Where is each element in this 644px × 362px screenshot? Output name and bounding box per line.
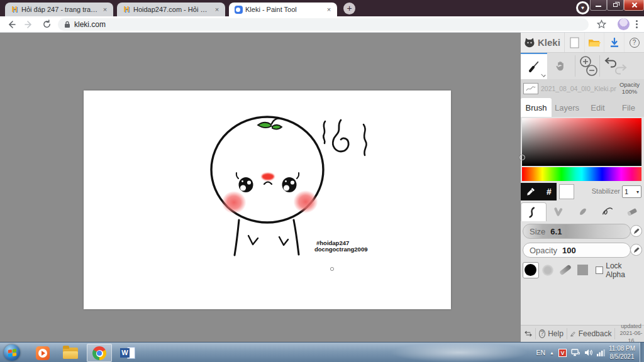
- minimize-button[interactable]: [590, 0, 607, 11]
- kleki-favicon: [234, 5, 243, 14]
- updated-info: updated 2021-06-16: [618, 323, 644, 344]
- kleki-panel: Kleki ?: [521, 33, 644, 342]
- taskbar-chrome[interactable]: [91, 345, 108, 361]
- help-link[interactable]: Help: [548, 329, 564, 338]
- brush-tool-button[interactable]: [521, 53, 547, 79]
- squiggle-1: [323, 121, 325, 143]
- panel-header: Kleki ?: [521, 33, 644, 53]
- undo-redo-icon: [601, 53, 630, 79]
- tab-hoidap247-online[interactable]: H Hoidap247.com - Hỏi đáp online ×: [117, 3, 225, 16]
- secondary-color-swatch[interactable]: [559, 184, 574, 199]
- address-bar: kleki.com: [0, 16, 644, 33]
- tab-hoidap247-home[interactable]: H Hỏi đáp 247 - trang tra loi ×: [5, 3, 113, 16]
- eyedropper-icon[interactable]: [526, 187, 536, 197]
- chevron-down-icon: [541, 72, 545, 77]
- restore-button[interactable]: [607, 0, 624, 11]
- omnibox[interactable]: kleki.com: [58, 18, 589, 31]
- new-tab-button[interactable]: +: [343, 3, 355, 14]
- close-button[interactable]: [624, 0, 644, 11]
- hard-tip-option[interactable]: [523, 262, 539, 278]
- tab-close-icon[interactable]: ×: [101, 5, 109, 14]
- opacity-edit-button[interactable]: [630, 244, 642, 256]
- paint-canvas[interactable]: #hoidap247 docngoctrang2009: [84, 90, 451, 309]
- lock-alpha-checkbox[interactable]: [596, 266, 603, 274]
- brush-blend-button[interactable]: [571, 202, 596, 221]
- brush-type-row: [521, 202, 644, 221]
- start-button[interactable]: [4, 344, 20, 361]
- tab-layers[interactable]: Layers: [552, 98, 582, 117]
- color-saturation-picker[interactable]: [522, 118, 641, 166]
- size-edit-button[interactable]: [630, 225, 642, 237]
- zoom-in-button[interactable]: [577, 53, 598, 79]
- stabilizer-select[interactable]: 1 ▾: [622, 185, 641, 198]
- refresh-icon[interactable]: [40, 18, 53, 31]
- brush-preview[interactable]: [523, 83, 538, 94]
- new-file-icon: [570, 37, 579, 48]
- save-button[interactable]: [604, 33, 625, 52]
- marker-tip-option[interactable]: [557, 262, 574, 278]
- soft-brush-icon: [552, 205, 565, 219]
- network-icon[interactable]: [571, 349, 580, 357]
- lock-alpha-toggle[interactable]: Lock Alpha: [596, 261, 642, 279]
- tab-brush[interactable]: Brush: [521, 98, 552, 117]
- taskbar-media-player[interactable]: [35, 345, 51, 361]
- brush-pen-button[interactable]: [521, 202, 547, 221]
- tab-edit[interactable]: Edit: [582, 98, 613, 117]
- pencil-icon: [633, 228, 640, 234]
- show-desktop-button[interactable]: [640, 343, 644, 362]
- open-file-button[interactable]: [585, 33, 605, 52]
- browser-tab-bar: H Hỏi đáp 247 - trang tra loi × H Hoidap…: [0, 0, 644, 16]
- help-button[interactable]: ?: [625, 33, 644, 52]
- hoidap247-favicon: H: [10, 5, 19, 14]
- taskbar-word[interactable]: W: [119, 345, 136, 361]
- kleki-logo[interactable]: Kleki: [521, 33, 565, 52]
- new-image-button[interactable]: [565, 33, 585, 52]
- window-controls: [590, 0, 644, 11]
- layer-opacity[interactable]: Opacity 100%: [616, 82, 644, 96]
- hand-tool-button[interactable]: [547, 53, 574, 79]
- swap-icon[interactable]: [525, 329, 532, 338]
- color-picker-cursor: [519, 155, 525, 160]
- color-tools: #: [521, 183, 557, 200]
- brush-options-row: Lock Alpha: [523, 261, 642, 278]
- back-icon[interactable]: [5, 18, 18, 31]
- unikey-icon[interactable]: V: [558, 349, 567, 357]
- eraser-button[interactable]: [619, 202, 644, 221]
- language-indicator[interactable]: EN: [536, 349, 545, 356]
- taskbar-clock[interactable]: 11:08 PM 8/5/2021: [606, 344, 638, 361]
- hand-right: [279, 237, 288, 245]
- leaf-right: [272, 125, 282, 129]
- panel-tabs: Brush Layers Edit File: [521, 98, 644, 117]
- browser-menu-icon[interactable]: [635, 19, 639, 30]
- brush-soft-button[interactable]: [547, 202, 571, 221]
- hue-slider[interactable]: [522, 167, 641, 181]
- soft-tip-option[interactable]: [540, 262, 557, 278]
- media-player-icon: [36, 346, 50, 360]
- system-tray: EN ▲ V: [536, 343, 605, 362]
- feedback-pencil-icon: [570, 331, 576, 337]
- profile-avatar[interactable]: [618, 18, 630, 30]
- tab-kleki[interactable]: Kleki - Paint Tool ×: [229, 3, 337, 16]
- extension-icon[interactable]: ♥: [576, 1, 589, 14]
- size-slider[interactable]: Size 6.1: [523, 224, 631, 239]
- opacity-slider[interactable]: Opacity 100: [523, 243, 631, 258]
- signal-bars-icon[interactable]: [597, 349, 605, 356]
- tab-close-icon[interactable]: ×: [325, 5, 333, 14]
- volume-icon[interactable]: [584, 349, 592, 356]
- drawing: #hoidap247 docngoctrang2009: [84, 90, 451, 309]
- tab-title: Hoidap247.com - Hỏi đáp online: [133, 6, 210, 13]
- brush-sketchy-button[interactable]: [595, 202, 619, 221]
- feedback-link[interactable]: Feedback: [579, 329, 612, 338]
- hex-input-icon[interactable]: #: [547, 187, 552, 197]
- cheek-right: [294, 190, 318, 213]
- taskbar-explorer[interactable]: [62, 345, 79, 361]
- tray-expand-icon[interactable]: ▲: [550, 351, 554, 355]
- square-tip-option[interactable]: [575, 262, 591, 278]
- tab-file[interactable]: File: [613, 98, 644, 117]
- undo-redo-group[interactable]: [601, 53, 630, 79]
- bookmark-star-icon[interactable]: [595, 18, 608, 31]
- tab-close-icon[interactable]: ×: [213, 5, 221, 14]
- clock-time: 11:08 PM: [609, 345, 635, 352]
- open-folder-icon: [588, 38, 601, 48]
- forward-icon[interactable]: [23, 18, 35, 31]
